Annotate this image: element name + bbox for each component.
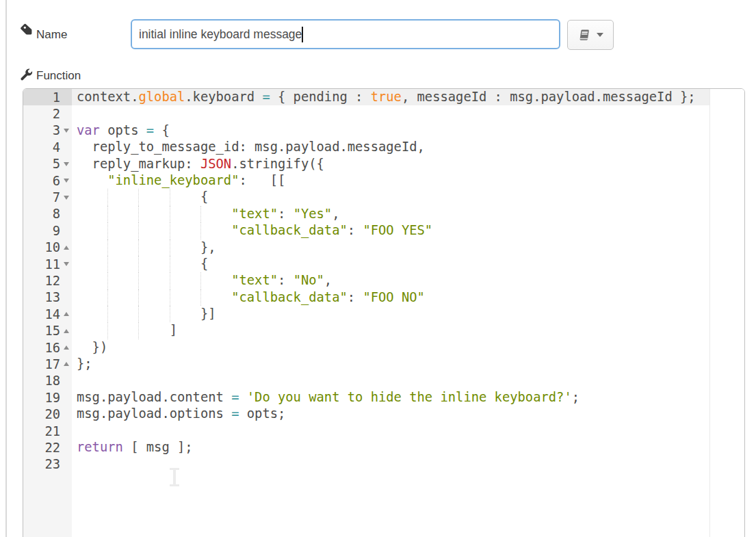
line-number: 9 bbox=[23, 224, 60, 238]
fold-spacer bbox=[60, 406, 72, 422]
fold-spacer bbox=[60, 373, 72, 389]
code-line-6[interactable]: "inline_keyboard": [[ bbox=[72, 172, 709, 189]
code-line-4[interactable]: reply_to_message_id: msg.payload.message… bbox=[72, 139, 709, 155]
code-line-23[interactable] bbox=[72, 456, 709, 473]
book-icon bbox=[578, 29, 591, 42]
line-number: 1 bbox=[23, 90, 60, 105]
fold-up-icon[interactable] bbox=[60, 322, 72, 339]
code-text: "inline_keyboard": [[ bbox=[77, 173, 285, 187]
fold-up-icon[interactable] bbox=[60, 239, 72, 256]
function-field-label: Function bbox=[36, 69, 81, 83]
code-text: }] bbox=[77, 306, 216, 321]
gutter-line-3: 3 bbox=[23, 122, 72, 139]
line-number: 22 bbox=[23, 441, 60, 455]
code-line-22[interactable]: return [ msg ]; bbox=[72, 439, 709, 456]
fold-down-icon[interactable] bbox=[60, 156, 72, 172]
fold-down-icon[interactable] bbox=[60, 256, 72, 272]
editor-code[interactable]: context.global.keyboard = { pending : tr… bbox=[72, 89, 709, 537]
code-line-13[interactable]: "callback_data": "FOO NO" bbox=[72, 289, 709, 306]
code-text: reply_markup: JSON.stringify({ bbox=[77, 157, 324, 171]
code-text: }; bbox=[77, 356, 92, 371]
fold-down-icon[interactable] bbox=[60, 189, 72, 205]
gutter-line-10: 10 bbox=[23, 239, 72, 256]
fold-down-icon[interactable] bbox=[60, 122, 72, 139]
gutter-line-9: 9 bbox=[23, 222, 72, 239]
fold-up-icon[interactable] bbox=[60, 356, 72, 372]
code-text: reply_to_message_id: msg.payload.message… bbox=[77, 140, 425, 154]
gutter-line-7: 7 bbox=[23, 189, 72, 205]
code-line-11[interactable]: { bbox=[72, 256, 709, 272]
gutter-line-20: 20 bbox=[23, 406, 72, 422]
wrench-icon bbox=[19, 68, 33, 81]
code-line-12[interactable]: "text": "No", bbox=[72, 272, 709, 289]
function-node-edit-dialog: { "name_row": { "label": "Name", "input_… bbox=[0, 0, 756, 537]
editor-scrollbar-track bbox=[709, 89, 744, 537]
code-text: return [ msg ]; bbox=[77, 440, 193, 454]
name-input-value: initial inline keyboard message bbox=[139, 27, 302, 42]
fold-spacer bbox=[60, 89, 72, 105]
gutter-line-16: 16 bbox=[23, 339, 72, 356]
fold-spacer bbox=[60, 105, 72, 122]
gutter-line-14: 14 bbox=[23, 306, 72, 322]
gutter-line-17: 17 bbox=[23, 356, 72, 372]
gutter-line-11: 11 bbox=[23, 256, 72, 272]
fold-spacer bbox=[60, 389, 72, 406]
line-number: 20 bbox=[23, 407, 60, 421]
gutter-line-23: 23 bbox=[23, 456, 72, 473]
code-line-16[interactable]: }) bbox=[72, 339, 709, 356]
code-line-1[interactable]: context.global.keyboard = { pending : tr… bbox=[72, 89, 709, 105]
name-input[interactable]: initial inline keyboard message bbox=[131, 19, 560, 49]
code-text: "callback_data": "FOO YES" bbox=[77, 223, 432, 237]
line-number: 6 bbox=[23, 174, 60, 188]
code-line-17[interactable]: }; bbox=[72, 356, 709, 372]
code-text: ] bbox=[77, 323, 177, 337]
gutter-line-6: 6 bbox=[23, 172, 72, 189]
code-line-5[interactable]: reply_markup: JSON.stringify({ bbox=[72, 156, 709, 172]
gutter-line-13: 13 bbox=[23, 289, 72, 306]
line-number: 23 bbox=[23, 457, 60, 471]
code-line-19[interactable]: msg.payload.content = 'Do you want to hi… bbox=[72, 389, 709, 406]
line-number: 18 bbox=[23, 374, 60, 388]
gutter-line-2: 2 bbox=[23, 105, 72, 122]
code-text: "callback_data": "FOO NO" bbox=[77, 290, 425, 304]
ace-code-editor[interactable]: 1234567891011121314151617181920212223 co… bbox=[23, 88, 745, 537]
gutter-line-1: 1 bbox=[23, 89, 72, 105]
code-text: var opts = { bbox=[77, 123, 170, 137]
gutter-line-15: 15 bbox=[23, 322, 72, 339]
line-number: 3 bbox=[23, 123, 60, 137]
code-text: context.global.keyboard = { pending : tr… bbox=[77, 90, 696, 104]
code-line-14[interactable]: }] bbox=[72, 306, 709, 322]
gutter-line-4: 4 bbox=[23, 139, 72, 155]
fold-spacer bbox=[60, 456, 72, 473]
code-line-8[interactable]: "text": "Yes", bbox=[72, 206, 709, 222]
line-number: 10 bbox=[23, 240, 60, 254]
code-line-3[interactable]: var opts = { bbox=[72, 122, 709, 139]
code-line-9[interactable]: "callback_data": "FOO YES" bbox=[72, 222, 709, 239]
fold-spacer bbox=[60, 206, 72, 222]
line-number: 14 bbox=[23, 307, 60, 322]
code-text: }) bbox=[77, 340, 107, 354]
line-number: 11 bbox=[23, 257, 60, 272]
library-button[interactable] bbox=[567, 20, 614, 50]
code-line-2[interactable] bbox=[72, 105, 709, 122]
code-line-10[interactable]: }, bbox=[72, 239, 709, 256]
gutter-line-21: 21 bbox=[23, 423, 72, 439]
editor-gutter: 1234567891011121314151617181920212223 bbox=[23, 89, 72, 537]
code-text: "text": "No", bbox=[77, 273, 332, 287]
fold-up-icon[interactable] bbox=[60, 339, 72, 356]
code-text: msg.payload.content = 'Do you want to hi… bbox=[77, 390, 579, 404]
code-line-7[interactable]: { bbox=[72, 189, 709, 205]
code-line-20[interactable]: msg.payload.options = opts; bbox=[72, 406, 709, 422]
code-line-15[interactable]: ] bbox=[72, 322, 709, 339]
gutter-line-12: 12 bbox=[23, 272, 72, 289]
fold-up-icon[interactable] bbox=[60, 306, 72, 322]
text-caret bbox=[302, 27, 303, 42]
tag-icon bbox=[20, 23, 33, 36]
code-line-21[interactable] bbox=[72, 423, 709, 439]
line-number: 19 bbox=[23, 391, 60, 405]
line-number: 12 bbox=[23, 274, 60, 288]
line-number: 13 bbox=[23, 290, 60, 304]
fold-down-icon[interactable] bbox=[60, 172, 72, 189]
line-number: 21 bbox=[23, 424, 60, 438]
code-line-18[interactable] bbox=[72, 373, 709, 389]
